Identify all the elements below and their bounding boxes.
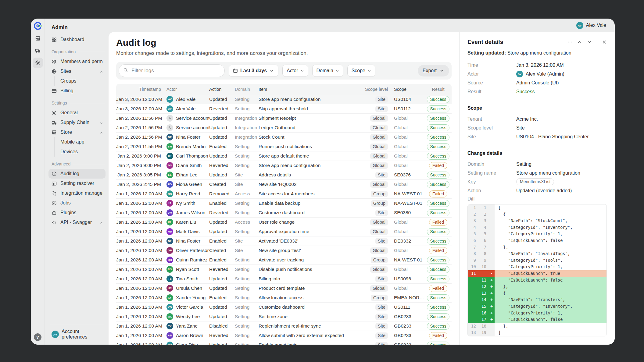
table-row[interactable]: Jan 1, 2026 12:00 AMQRQuinn RamirezEnabl…: [116, 255, 452, 265]
section-divider: [70, 103, 105, 103]
filter-actor-button[interactable]: Actor: [282, 65, 308, 77]
section-divider: [73, 164, 105, 164]
cell-item: Allow submit with zero external expected: [259, 333, 362, 338]
help-button[interactable]: ?: [34, 333, 41, 341]
rail-item-store[interactable]: [33, 33, 43, 44]
sidebar-item-jobs[interactable]: Jobs: [48, 198, 106, 208]
table-row[interactable]: Jan 1, 2026 12:00 AMOPOliver PattersonCr…: [116, 246, 452, 255]
table-row[interactable]: Jan 2, 2026 3:05 PMELEthan LeeUpdatedSit…: [116, 170, 452, 180]
next-event-icon[interactable]: [587, 40, 592, 44]
table-row[interactable]: Jan 1, 2026 12:00 AMABAaron BrownReverte…: [116, 331, 452, 340]
actor-name: Clara Diaz: [176, 342, 198, 345]
chevron-up-icon: [99, 131, 103, 135]
cell-scope-level: Group: [362, 200, 390, 207]
cell-scope-level: Global: [362, 266, 390, 273]
avatar: BM: [166, 143, 173, 150]
avatar: FG: [166, 181, 173, 188]
table-row[interactable]: Jan 1, 2026 12:00 AMISIvy SmithEnabledSe…: [116, 199, 452, 208]
table-row[interactable]: Jan 1, 2026 12:00 AMNFNina FosterEnabled…: [116, 236, 452, 246]
table-row[interactable]: Jan 1, 2026 12:00 AMYZYara ZaneDisabledS…: [116, 321, 452, 331]
detail-value: Updated (override added): [516, 188, 607, 193]
cell-scope: US0104: [390, 97, 425, 102]
export-button[interactable]: Export: [418, 65, 449, 76]
table-row[interactable]: Jan 2, 2026 11:56 PMService accountUpdat…: [116, 123, 452, 133]
sidebar-item-sites[interactable]: Sites: [48, 66, 106, 76]
cell-scope-level: Global: [362, 181, 390, 188]
sidebar-item-dashboard[interactable]: Dashboard: [48, 35, 106, 44]
sidebar-item-integration-manager[interactable]: Integration manager: [48, 188, 106, 198]
sidebar-subitem-mobile-app[interactable]: Mobile app: [54, 137, 106, 147]
avatar: WL: [166, 313, 173, 320]
table-row[interactable]: Jan 1, 2026 12:00 AMHRHarry ReedRemovedA…: [116, 189, 452, 199]
close-icon[interactable]: [602, 40, 607, 44]
table-row[interactable]: Jan 1, 2026 12:00 AMJWJames WilsonRevert…: [116, 208, 452, 218]
table-row[interactable]: Jan 1, 2026 12:00 AMCDClara DiazUpdatedS…: [116, 340, 452, 345]
cell-item: Skip approval threshold: [259, 106, 362, 112]
audit-log-card: Audit log Monitor changes made to settin…: [109, 32, 615, 345]
table-row[interactable]: Jan 2, 2026 11:55 PMBMBrenda MartinEnabl…: [116, 142, 452, 151]
sidebar-item-store[interactable]: Store: [48, 127, 106, 137]
diff-viewer[interactable]: 11[22 {33 "NavPath": "StockCount",44 "Ca…: [467, 204, 607, 336]
sidebar-item-api-swagger[interactable]: API - Swagger: [48, 218, 106, 227]
sidebar-item-supply-chain[interactable]: Supply Chain: [48, 118, 106, 127]
date-filter-button[interactable]: Last 3 days: [229, 65, 278, 77]
filter-scope-button[interactable]: Scope: [347, 65, 375, 77]
cell-actor: WLWendy Lee: [166, 313, 209, 320]
sidebar-subitem-devices[interactable]: Devices: [54, 147, 106, 157]
table-row[interactable]: Jan 1, 2026 12:00 AMUCUrsula ChenUpdated…: [116, 284, 452, 293]
cell-actor: UCUrsula Chen: [166, 285, 209, 292]
diff-old-line-number: [468, 303, 478, 310]
table-row[interactable]: Jan 2, 2026 9:00 PMDSDiana SmithReverted…: [116, 161, 452, 170]
table-row[interactable]: Jan 2, 2026 11:56 PMService accountUpdat…: [116, 114, 452, 123]
page-title: Audit log: [116, 37, 452, 48]
diff-new-line-number: 6: [478, 237, 488, 244]
table-row[interactable]: Jan 3, 2026 12:00 AMAVAlex ValeUpdatedSe…: [116, 95, 452, 104]
table-row[interactable]: Jan 2, 2026 2:45 PMFGFiona GreenCreatedS…: [116, 180, 452, 189]
sidebar-subitem-groups[interactable]: Groups: [54, 76, 106, 86]
table-row[interactable]: Jan 2, 2026 9:00 PMCTCarl ThompsonUpdate…: [116, 151, 452, 161]
rail-item-settings[interactable]: [33, 58, 43, 68]
table-row[interactable]: Jan 3, 2026 12:00 AMAVAlex ValeRevertedS…: [116, 104, 452, 114]
avatar: CT: [166, 153, 173, 159]
rail-item-supply-chain[interactable]: [33, 45, 43, 56]
table-row[interactable]: Jan 1, 2026 12:00 AMXYXander YoungEnable…: [116, 293, 452, 303]
sidebar-item-members-and-permissions[interactable]: Members and permissions: [48, 57, 106, 66]
event-title: Setting updated: Store app menu configur…: [467, 50, 607, 56]
sidebar-item-setting-resolver[interactable]: Setting resolver: [48, 179, 106, 188]
sidebar-item-audit-log[interactable]: Audit log: [48, 169, 106, 179]
status-badge: Success: [427, 105, 450, 112]
cell-action: Updated: [209, 276, 235, 282]
avatar: QR: [166, 257, 173, 263]
table-row[interactable]: Jan 1, 2026 12:00 AMKLKaren LiuUpdatedAc…: [116, 218, 452, 227]
table-row[interactable]: Jan 2, 2026 11:56 PMNFNina FosterUpdated…: [116, 133, 452, 142]
account-preferences-button[interactable]: AV Account preferences: [49, 329, 104, 340]
previous-event-icon[interactable]: [577, 40, 582, 44]
chevron-down-icon: [439, 68, 444, 73]
user-menu[interactable]: AV Alex Vale: [576, 22, 606, 29]
avatar: VG: [166, 304, 173, 311]
table-row[interactable]: Jan 1, 2026 12:00 AMTSTina SmithUpdatedS…: [116, 274, 452, 284]
table-row[interactable]: Jan 1, 2026 12:00 AMWLWendy LeeUpdatedSe…: [116, 312, 452, 321]
app-logo-icon[interactable]: [34, 22, 42, 30]
more-options-icon[interactable]: [567, 40, 572, 44]
table-row[interactable]: Jan 1, 2026 12:00 AMRSRyan ScottReverted…: [116, 265, 452, 274]
diff-sign: [488, 250, 495, 257]
cell-item: Store app default theme: [259, 153, 362, 159]
diff-old-line-number: 5: [468, 231, 478, 237]
cell-result: Success: [425, 294, 452, 301]
cell-action: Reverted: [209, 333, 235, 338]
external-link-icon: [99, 221, 103, 225]
cell-scope-level: Global: [362, 229, 390, 235]
actor-name: Aaron Brown: [176, 333, 203, 338]
filter-domain-button[interactable]: Domain: [312, 65, 343, 77]
sidebar-item-general[interactable]: General: [48, 108, 106, 118]
search-input[interactable]: [131, 67, 220, 74]
sidebar-item-plugins[interactable]: Plugins: [48, 208, 106, 218]
table-row[interactable]: Jan 1, 2026 12:00 AMMDMark DavisUpdatedS…: [116, 227, 452, 236]
table-row[interactable]: Jan 1, 2026 12:00 AMVGVictor GarciaUpdat…: [116, 303, 452, 312]
column-header-scope: Scope: [390, 87, 425, 92]
sidebar: Admin DashboardOrganizationMembers and p…: [45, 19, 109, 345]
nav-section-advanced: Advanced: [52, 161, 105, 166]
sidebar-item-billing[interactable]: Billing: [48, 86, 106, 96]
diff-line-add: 17+ "IsQuickLaunch": false: [468, 316, 606, 323]
